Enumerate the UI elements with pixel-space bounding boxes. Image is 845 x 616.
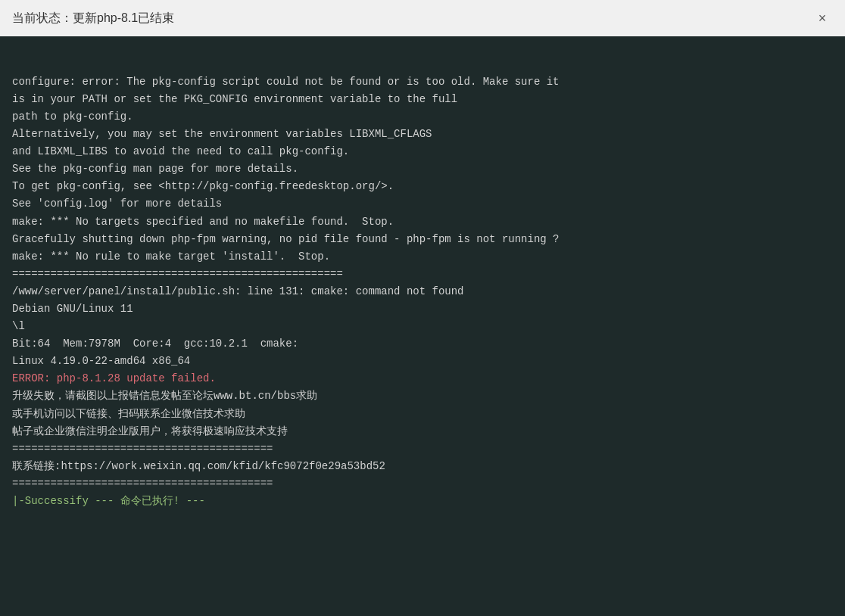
terminal-line: make: *** No targets specified and no ma… [12,213,833,231]
title-bar: 当前状态：更新php-8.1已结束 × [0,0,845,36]
terminal-line: 帖子或企业微信注明企业版用户，将获得极速响应技术支持 [12,423,833,440]
main-window: 当前状态：更新php-8.1已结束 × configure: error: Th… [0,0,845,616]
terminal-line: ERROR: php-8.1.28 update failed. [12,370,833,387]
close-button[interactable]: × [812,8,833,29]
terminal-line: and LIBXML_LIBS to avoid the need to cal… [12,143,833,160]
terminal-line: make: *** No rule to make target 'instal… [12,248,833,266]
terminal-line: path to pkg-config. [12,108,833,126]
terminal-line: /www/server/panel/install/public.sh: lin… [12,283,833,300]
terminal-line: Alternatively, you may set the environme… [12,126,833,143]
terminal-line: 联系链接:https://work.weixin.qq.com/kfid/kfc… [12,458,833,475]
terminal-line: 或手机访问以下链接、扫码联系企业微信技术求助 [12,406,833,423]
terminal-line: is in your PATH or set the PKG_CONFIG en… [12,91,833,108]
terminal-line: Debian GNU/Linux 11 [12,300,833,318]
terminal-line: ========================================… [12,266,833,283]
terminal-line: To get pkg-config, see <http://pkg-confi… [12,178,833,195]
terminal-line: configure: error: The pkg-config script … [12,73,833,91]
window-title: 当前状态：更新php-8.1已结束 [12,11,174,26]
terminal-line: 升级失败，请截图以上报错信息发帖至论坛www.bt.cn/bbs求助 [12,387,833,405]
terminal-line: Gracefully shutting down php-fpm warning… [12,231,833,248]
terminal-line: ========================================… [12,440,833,458]
terminal-line: See 'config.log' for more details [12,195,833,213]
terminal-line: \l [12,318,833,335]
terminal-line: Linux 4.19.0-22-amd64 x86_64 [12,353,833,370]
terminal-line: |-Successify --- 命令已执行! --- [12,493,833,510]
terminal-line: Bit:64 Mem:7978M Core:4 gcc:10.2.1 cmake… [12,335,833,353]
terminal-line: See the pkg-config man page for more det… [12,160,833,178]
terminal-output: configure: error: The pkg-config script … [0,36,845,616]
terminal-line: ========================================… [12,475,833,493]
